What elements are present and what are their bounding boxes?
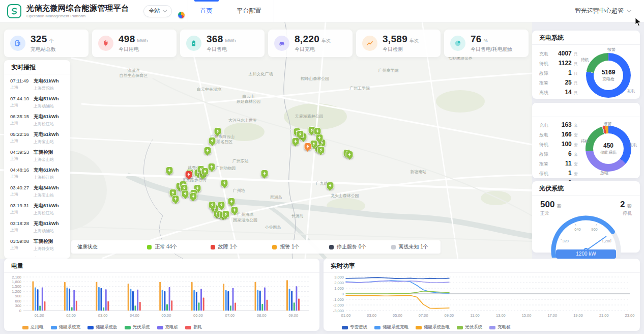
station-marker-normal[interactable] (296, 130, 304, 138)
storage-donut-chart: 450储能系统报警待机充电放电 (581, 121, 636, 176)
kpi-unit: % (484, 38, 488, 43)
station-marker-normal[interactable] (228, 198, 236, 205)
kpi-label: 今日检测 (383, 46, 419, 53)
broadcast-station: 上海金山站 (34, 157, 65, 162)
broadcast-time: 05:22:16 (10, 131, 29, 137)
donut-callout-label: 待机 (581, 138, 589, 144)
stat-value: 25 只 (565, 79, 578, 86)
health-swatch-icon (329, 245, 334, 249)
stat-unit: 套 (573, 172, 578, 176)
station-marker-normal[interactable] (214, 127, 221, 135)
broadcast-item: 03:19:31上海充电61kWh上海松江站 (10, 200, 65, 218)
legend-item[interactable]: 储能系统充电 (374, 324, 408, 330)
svg-text:2,100: 2,100 (12, 275, 21, 280)
stat-label: 故障 (539, 151, 548, 158)
station-marker-normal[interactable] (165, 166, 173, 174)
kpi-card-4: 3,589车次今日检测 (356, 30, 441, 57)
broadcast-station: 上海静安站 (34, 246, 65, 252)
city-map[interactable]: 流溪湾 自然生态保育区太和文化广场帽峰山森林公园广州商学院七彩澜游世界白云中央湿… (0, 22, 532, 259)
station-marker-normal[interactable] (222, 210, 229, 218)
chevron-down-icon (627, 8, 631, 12)
station-marker-normal[interactable] (231, 206, 239, 214)
system-stat-row: 充电4007 只 (539, 50, 578, 58)
broadcast-city: 上海 (10, 102, 29, 108)
legend-item[interactable]: 储能系统放 (87, 324, 118, 330)
health-status-bar: 健康状态 正常 44个故障 1个报警 1个停止服务 0个离线未知 1个 (71, 240, 441, 254)
station-marker-normal[interactable] (260, 170, 268, 177)
stat-label: 离线 (539, 90, 548, 96)
svg-text:04:00: 04:00 (130, 313, 139, 318)
donut-callout-label: 待机 (581, 57, 589, 63)
legend-item[interactable]: 损耗 (185, 324, 202, 330)
tab-1[interactable]: 平台配置 (225, 0, 274, 22)
power-line-chart: -3,000-2,000-1,00001,0002,0003,00001:000… (324, 273, 636, 321)
broadcast-city: 上海 (10, 138, 29, 144)
station-marker-normal[interactable] (189, 192, 197, 200)
kpi-value: 498 (119, 34, 135, 45)
plug-icon (98, 36, 113, 51)
broadcast-event: 车辆检测 (34, 256, 65, 257)
map-roads (0, 22, 532, 259)
station-marker-normal[interactable] (182, 190, 189, 198)
legend-item[interactable]: 充电桩 (157, 324, 179, 330)
legend-item[interactable]: 总用电 (22, 324, 44, 330)
kpi-label: 今日售电/耗电能效 (471, 46, 513, 53)
stat-unit: 只 (573, 52, 578, 57)
station-marker-normal[interactable] (172, 195, 180, 203)
kpi-value: 8,220 (295, 34, 319, 45)
legend-label: 储能系统充电 (383, 324, 408, 330)
station-marker-normal[interactable] (218, 201, 225, 209)
stat-unit: 只 (573, 62, 578, 66)
charging-donut-chart: 5169充电枪待机报警充电 (581, 48, 636, 103)
broadcast-item: 03:38:04上海车辆检测上海嘉定站 (10, 254, 65, 257)
charging-system-panel: 充电系统 充电4007 只待机1122 只故障1 只报警25 只离线14 只 5… (532, 31, 640, 99)
legend-item[interactable]: 储能系统充 (51, 324, 81, 330)
station-marker-fault[interactable] (185, 171, 193, 178)
station-marker-normal[interactable] (209, 201, 216, 209)
battery-icon (186, 36, 201, 51)
station-marker-normal[interactable] (346, 151, 354, 158)
station-marker-normal[interactable] (221, 179, 228, 187)
health-item-text: 故障 1个 (218, 243, 238, 250)
legend-swatch-icon (457, 326, 463, 329)
legend-item[interactable]: 光伏系统 (125, 324, 150, 330)
user-menu[interactable]: 智光运营中心超管 (575, 7, 631, 15)
station-marker-normal[interactable] (203, 147, 211, 154)
legend-item[interactable]: 专变进线 (342, 324, 367, 330)
broadcast-station: 上海松江站 (34, 175, 65, 180)
broadcast-event: 充电61kWh (34, 114, 65, 120)
station-marker-normal[interactable] (317, 146, 325, 154)
broadcast-title: 实时播报 (4, 60, 70, 74)
car-icon (274, 36, 289, 51)
legend-item[interactable]: 充电桩 (489, 324, 511, 330)
broadcast-item: 03:59:08上海车辆检测上海静安站 (10, 236, 65, 254)
legend-label: 储能系统放电 (424, 324, 450, 330)
site-selector[interactable]: 全站 (143, 5, 172, 17)
kpi-label: 今日用电 (119, 46, 148, 53)
broadcast-event: 充电51kWh (34, 131, 65, 138)
broadcast-item: 03:18:28上海充电51kWh上海杨浦站 (10, 218, 65, 236)
station-marker-normal[interactable] (209, 137, 216, 145)
station-marker-normal[interactable] (326, 182, 334, 189)
power-chart-panel: 实时功率 -3,000-2,000-1,00001,0002,0003,0000… (324, 259, 640, 331)
legend-item[interactable]: 储能系统放电 (416, 324, 450, 330)
donut-center-value: 450 (603, 142, 613, 149)
health-item-text: 离线未知 1个 (399, 243, 428, 250)
legend-label: 充电桩 (497, 324, 511, 330)
broadcast-city: 上海 (10, 156, 29, 161)
stat-value: 1 套 (568, 170, 578, 177)
station-icon (10, 36, 25, 51)
svg-text:07:00: 07:00 (419, 313, 428, 318)
tab-0[interactable]: 首页 (188, 0, 225, 22)
app-logo-icon (7, 4, 21, 18)
broadcast-time: 06:35:15 (10, 114, 29, 119)
station-marker-normal[interactable] (201, 168, 209, 175)
broadcast-city: 上海 (10, 245, 29, 250)
svg-text:03:00: 03:00 (367, 313, 376, 318)
station-marker-alarm[interactable] (304, 143, 311, 150)
svg-text:02:00: 02:00 (66, 313, 76, 318)
station-marker-normal[interactable] (208, 163, 216, 171)
svg-text:2,000: 2,000 (334, 281, 344, 285)
legend-item[interactable]: 光伏系统 (457, 324, 482, 330)
donut-callout-label: 充电 (627, 89, 635, 94)
